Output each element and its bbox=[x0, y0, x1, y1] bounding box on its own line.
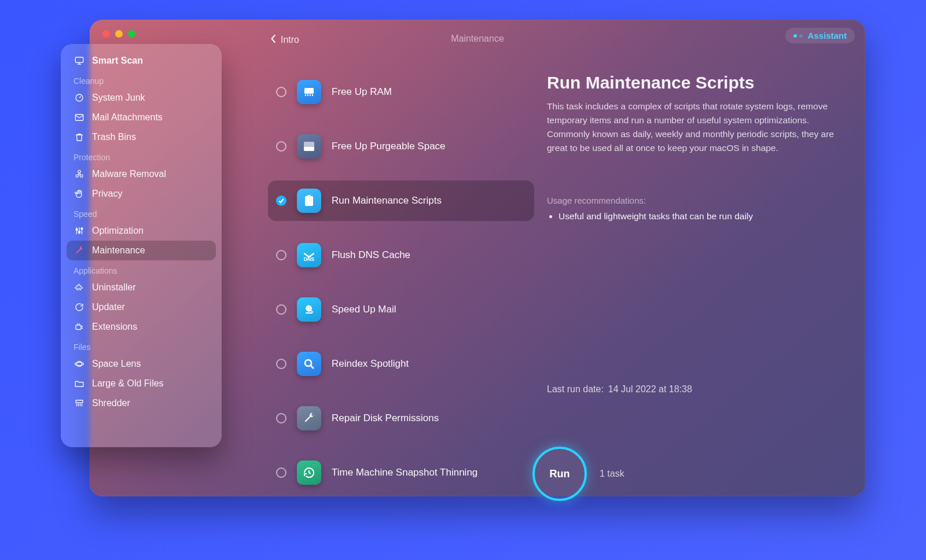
task-label: Time Machine Snapshot Thinning bbox=[332, 467, 477, 478]
sidebar-item-large-old-files[interactable]: Large & Old Files bbox=[67, 374, 216, 393]
sidebar-item-label: System Junk bbox=[92, 93, 145, 103]
sliders-icon bbox=[74, 225, 85, 237]
run-cluster: Run 1 task bbox=[532, 447, 624, 501]
svg-rect-3 bbox=[310, 94, 311, 96]
svg-rect-0 bbox=[304, 88, 314, 94]
assistant-button[interactable]: Assistant bbox=[785, 28, 855, 43]
sidebar-item-maintenance[interactable]: Maintenance bbox=[67, 241, 216, 260]
svg-rect-1 bbox=[305, 94, 306, 96]
sidebar-item-smart-scan[interactable]: Smart Scan bbox=[67, 51, 216, 71]
svg-point-23 bbox=[80, 175, 83, 178]
svg-rect-15 bbox=[306, 312, 313, 314]
zoom-window-button[interactable] bbox=[128, 30, 135, 38]
puzzle-icon bbox=[74, 282, 85, 293]
plugin-icon bbox=[74, 321, 85, 333]
clipboard-icon bbox=[297, 189, 321, 213]
assistant-label: Assistant bbox=[807, 31, 847, 40]
sidebar-item-label: Malware Removal bbox=[92, 169, 166, 179]
task-checkbox[interactable] bbox=[276, 250, 286, 260]
task-run-maintenance-scripts[interactable]: Run Maintenance Scripts bbox=[268, 180, 534, 221]
task-checkbox[interactable] bbox=[276, 87, 286, 97]
back-to-intro[interactable]: Intro bbox=[270, 34, 299, 46]
sidebar-item-label: Shredder bbox=[92, 398, 130, 408]
sidebar-item-optimization[interactable]: Optimization bbox=[67, 221, 216, 241]
svg-point-22 bbox=[76, 175, 79, 178]
task-repair-disk-permissions[interactable]: Repair Disk Permissions bbox=[268, 398, 534, 439]
sidebar-item-mail-attachments[interactable]: Mail Attachments bbox=[67, 108, 216, 127]
sidebar-item-malware-removal[interactable]: Malware Removal bbox=[67, 164, 216, 184]
window-controls bbox=[102, 30, 135, 38]
sidebar-item-updater[interactable]: Updater bbox=[67, 297, 216, 317]
task-checkbox[interactable] bbox=[276, 304, 286, 315]
wrench-icon bbox=[297, 406, 321, 430]
sidebar-item-label: Trash Bins bbox=[92, 132, 136, 142]
ram-icon bbox=[297, 80, 321, 104]
sidebar-item-privacy[interactable]: Privacy bbox=[67, 184, 216, 204]
svg-text:DNS: DNS bbox=[304, 256, 315, 262]
svg-rect-2 bbox=[307, 94, 308, 96]
chevron-left-icon bbox=[270, 34, 277, 46]
task-checkbox[interactable] bbox=[276, 196, 286, 206]
sidebar-item-shredder[interactable]: Shredder bbox=[67, 393, 216, 413]
task-checkbox[interactable] bbox=[276, 467, 286, 478]
svg-rect-12 bbox=[307, 202, 310, 204]
last-run-label: Last run date: bbox=[547, 384, 604, 395]
task-detail-panel: Run Maintenance Scripts This task includ… bbox=[547, 73, 842, 223]
last-run-value: 14 Jul 2022 at 18:38 bbox=[608, 384, 692, 395]
task-flush-dns-cache[interactable]: DNS Flush DNS Cache bbox=[268, 235, 534, 275]
sidebar-group-applications: Applications bbox=[67, 260, 216, 278]
task-speed-up-mail[interactable]: Speed Up Mail bbox=[268, 289, 534, 330]
sidebar-item-trash-bins[interactable]: Trash Bins bbox=[67, 127, 216, 147]
svg-point-26 bbox=[81, 228, 83, 230]
task-free-up-purgeable-space[interactable]: Free Up Purgeable Space bbox=[268, 126, 534, 167]
sidebar-item-label: Optimization bbox=[92, 226, 144, 236]
assistant-dots-icon bbox=[793, 34, 803, 38]
hand-icon bbox=[74, 188, 85, 200]
task-label: Repair Disk Permissions bbox=[332, 412, 439, 424]
svg-rect-11 bbox=[307, 201, 311, 202]
dns-icon: DNS bbox=[297, 243, 321, 267]
sidebar-item-label: Maintenance bbox=[92, 245, 145, 256]
trash-icon bbox=[74, 131, 85, 143]
time-machine-icon bbox=[297, 460, 321, 485]
task-label: Free Up Purgeable Space bbox=[332, 141, 446, 152]
svg-point-25 bbox=[79, 231, 80, 233]
svg-rect-30 bbox=[76, 400, 83, 403]
folder-icon bbox=[74, 378, 85, 389]
section-title: Maintenance bbox=[451, 34, 504, 44]
sidebar-item-extensions[interactable]: Extensions bbox=[67, 317, 216, 337]
sidebar-item-label: Space Lens bbox=[92, 359, 141, 369]
detail-title: Run Maintenance Scripts bbox=[547, 73, 842, 93]
sidebar-item-label: Extensions bbox=[92, 322, 137, 332]
sidebar-item-label: Privacy bbox=[92, 189, 122, 199]
selected-task-count: 1 task bbox=[600, 469, 624, 479]
sidebar-item-uninstaller[interactable]: Uninstaller bbox=[67, 278, 216, 297]
svg-rect-4 bbox=[312, 94, 313, 96]
shredder-icon bbox=[74, 397, 85, 409]
sidebar-item-system-junk[interactable]: System Junk bbox=[67, 88, 216, 108]
refresh-icon bbox=[74, 301, 85, 313]
monitor-icon bbox=[74, 55, 85, 67]
task-label: Reindex Spotlight bbox=[332, 358, 409, 370]
task-free-up-ram[interactable]: Free Up RAM bbox=[268, 72, 534, 112]
minimize-window-button[interactable] bbox=[115, 30, 123, 38]
sidebar-item-label: Large & Old Files bbox=[92, 378, 164, 389]
task-checkbox[interactable] bbox=[276, 141, 286, 152]
svg-point-21 bbox=[78, 170, 81, 173]
task-label: Free Up RAM bbox=[332, 86, 392, 98]
sidebar-item-label: Smart Scan bbox=[92, 56, 143, 66]
run-button[interactable]: Run bbox=[532, 447, 587, 501]
sidebar-group-protection: Protection bbox=[67, 147, 216, 164]
recommendation-item: Useful and lightweight tasks that can be… bbox=[558, 211, 842, 222]
sidebar-item-label: Uninstaller bbox=[92, 282, 136, 293]
task-checkbox[interactable] bbox=[276, 359, 286, 369]
wrench-icon bbox=[74, 245, 85, 256]
search-icon bbox=[297, 352, 321, 376]
gauge-icon bbox=[74, 92, 85, 104]
task-checkbox[interactable] bbox=[276, 413, 286, 423]
sidebar-item-space-lens[interactable]: Space Lens bbox=[67, 354, 216, 374]
svg-rect-9 bbox=[307, 195, 311, 197]
task-time-machine-thinning[interactable]: Time Machine Snapshot Thinning bbox=[268, 452, 534, 493]
close-window-button[interactable] bbox=[102, 30, 110, 38]
task-reindex-spotlight[interactable]: Reindex Spotlight bbox=[268, 344, 534, 384]
